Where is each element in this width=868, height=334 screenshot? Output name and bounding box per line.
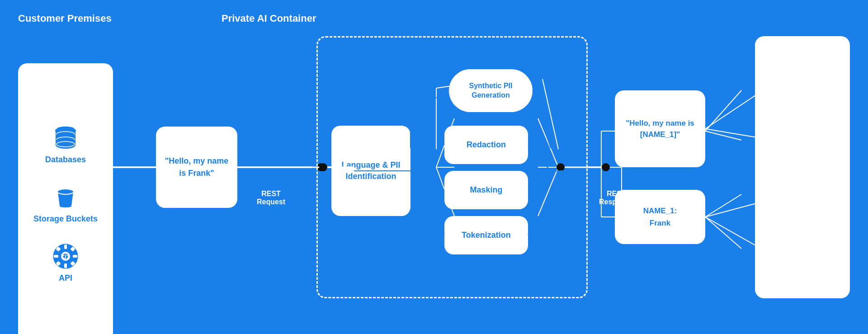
output-name-text: NAME_1: Frank (643, 205, 677, 229)
input-message-text: "Hello, my name is Frank" (163, 155, 231, 179)
redaction-box: Redaction (444, 126, 528, 164)
private-ai-label: Private AI Container (222, 13, 316, 24)
compliance-item: Compliance (779, 262, 826, 272)
storage-buckets-label: Storage Buckets (33, 214, 98, 224)
language-pii-text: Language & PII Identification (338, 160, 404, 182)
svg-point-67 (602, 163, 610, 171)
svg-line-21 (705, 131, 741, 140)
databases-label: Databases (45, 155, 86, 165)
rest-request-label: REST Request (257, 190, 285, 206)
svg-rect-42 (64, 245, 67, 249)
svg-line-20 (705, 90, 741, 131)
diagram-container: Customer Premises Private AI Container (0, 0, 868, 334)
storage-bucket-item: Storage Buckets (33, 183, 98, 224)
svg-line-54 (528, 145, 551, 171)
secure-sharing-item: Secure 3rd Party Sharing (755, 189, 850, 208)
tokenization-label: Tokenization (462, 231, 511, 240)
output-hello-text: "Hello, my name is [NAME_1]" (622, 118, 698, 141)
database-item: Databases (45, 124, 86, 165)
api-icon: </> (52, 243, 79, 270)
business-intelligence-item: Business Intelligence (761, 126, 844, 136)
svg-line-56 (528, 171, 551, 235)
private-ai-container: Language & PII Identification Synthetic … (316, 36, 588, 298)
api-label: API (59, 273, 72, 283)
right-consumers-panel: Data Science Business Intelligence Secur… (755, 36, 850, 298)
svg-point-37 (57, 189, 74, 194)
language-pii-box: Language & PII Identification (331, 126, 410, 216)
svg-line-58 (410, 90, 449, 112)
svg-rect-45 (73, 255, 77, 258)
svg-line-22 (705, 194, 741, 217)
svg-point-36 (57, 141, 75, 147)
svg-line-53 (410, 171, 444, 235)
data-science-item: Data Science (777, 63, 828, 72)
svg-line-51 (410, 145, 444, 171)
svg-line-23 (705, 217, 741, 249)
tokenization-box: Tokenization (444, 216, 528, 254)
api-item: </> API (52, 243, 79, 283)
svg-line-59 (533, 90, 551, 148)
svg-rect-44 (54, 255, 58, 258)
masking-box: Masking (444, 171, 528, 209)
synthetic-pii-text: Synthetic PII Generation (453, 81, 528, 100)
svg-text:</>: </> (61, 253, 70, 260)
customer-premises-label: Customer Premises (18, 13, 112, 24)
svg-line-52 (410, 171, 444, 190)
database-icon (52, 124, 79, 151)
input-hello-box: "Hello, my name is Frank" (156, 127, 237, 208)
masking-label: Masking (470, 185, 502, 195)
bucket-icon (52, 183, 79, 211)
svg-line-55 (528, 171, 551, 190)
redaction-label: Redaction (467, 140, 506, 150)
customer-premises-panel: Databases Storage Buckets (18, 63, 113, 334)
output-name-box: NAME_1: Frank (615, 190, 705, 244)
output-hello-box: "Hello, my name is [NAME_1]" (615, 90, 705, 167)
synthetic-pii-box: Synthetic PII Generation (449, 69, 533, 112)
svg-rect-43 (64, 263, 67, 268)
